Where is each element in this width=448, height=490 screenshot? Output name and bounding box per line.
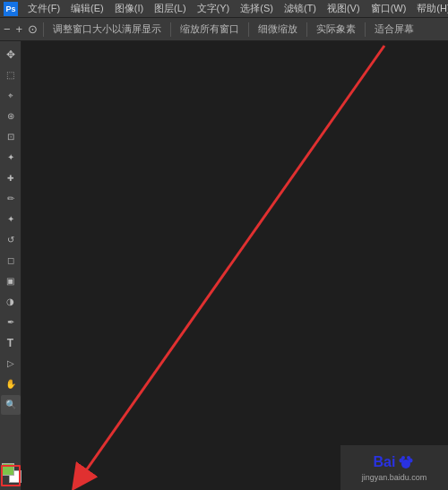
menu-type[interactable]: 文字(Y) xyxy=(193,1,235,16)
tool-eyedropper[interactable]: ✦ xyxy=(1,148,21,168)
tool-pen[interactable]: ✒ xyxy=(1,313,21,332)
separator-5 xyxy=(365,22,366,37)
watermark: Bai jingyan.baidu.com xyxy=(340,445,448,490)
baidu-site-text: jingyan.baidu.com xyxy=(362,473,427,482)
canvas-area: Bai jingyan.baidu.com xyxy=(22,41,448,490)
menu-file[interactable]: 文件(F) xyxy=(23,1,65,16)
baidu-logo-text: Bai xyxy=(374,454,396,470)
zoom-in-icon[interactable]: + xyxy=(16,22,23,36)
option-fit-window[interactable]: 调整窗口大小以满屏显示 xyxy=(49,21,165,37)
svg-point-5 xyxy=(401,456,405,460)
options-bar: − + ⊙ 调整窗口大小以满屏显示 缩放所有窗口 细微缩放 实际象素 适合屏幕 xyxy=(0,18,448,41)
separator-1 xyxy=(43,22,44,37)
tool-type[interactable]: T xyxy=(1,333,21,353)
tool-hand[interactable]: ✋ xyxy=(1,374,21,394)
option-actual-pixels[interactable]: 实际象素 xyxy=(313,21,359,37)
baidu-logo-area: Bai xyxy=(374,453,416,471)
menu-edit[interactable]: 编辑(E) xyxy=(66,1,108,16)
menu-layer[interactable]: 图层(L) xyxy=(150,1,190,16)
baidu-paw-icon xyxy=(397,453,415,471)
zoom-out-icon[interactable]: − xyxy=(4,22,11,36)
option-zoom-all[interactable]: 缩放所有窗口 xyxy=(177,21,243,37)
color-swatch-highlight xyxy=(1,465,21,486)
tool-marquee[interactable]: ⬚ xyxy=(1,65,21,85)
zoom-reset-icon[interactable]: ⊙ xyxy=(28,22,38,36)
arrow-overlay xyxy=(22,41,448,490)
menu-help[interactable]: 帮助(H) xyxy=(412,1,448,16)
main-area: ✥ ⬚ ⌖ ⊛ ⊡ ✦ ✚ ✏ ✦ ↺ ◻ ▣ ◑ ✒ T ▷ ✋ 🔍 xyxy=(0,41,448,490)
left-toolbar: ✥ ⬚ ⌖ ⊛ ⊡ ✦ ✚ ✏ ✦ ↺ ◻ ▣ ◑ ✒ T ▷ ✋ 🔍 xyxy=(0,41,22,490)
option-fine-zoom[interactable]: 细微缩放 xyxy=(254,21,301,37)
tool-dodge[interactable]: ◑ xyxy=(1,292,21,312)
option-fit-screen[interactable]: 适合屏幕 xyxy=(371,21,418,37)
tool-lasso[interactable]: ⌖ xyxy=(1,86,21,106)
separator-4 xyxy=(306,22,307,37)
menu-view[interactable]: 视图(V) xyxy=(323,1,365,16)
tool-path-select[interactable]: ▷ xyxy=(1,354,21,374)
tool-clone[interactable]: ✦ xyxy=(1,210,21,229)
tool-healing[interactable]: ✚ xyxy=(1,168,21,188)
menu-image[interactable]: 图像(I) xyxy=(110,1,148,16)
tool-brush[interactable]: ✏ xyxy=(1,189,21,209)
ps-logo: Ps xyxy=(4,2,18,16)
tool-move[interactable]: ✥ xyxy=(1,45,21,64)
tool-eraser[interactable]: ◻ xyxy=(1,251,21,271)
tool-zoom[interactable]: 🔍 xyxy=(1,395,21,415)
tool-quick-select[interactable]: ⊛ xyxy=(1,107,21,126)
separator-3 xyxy=(248,22,249,37)
svg-line-1 xyxy=(82,46,384,476)
tool-crop[interactable]: ⊡ xyxy=(1,127,21,147)
menu-filter[interactable]: 滤镜(T) xyxy=(280,1,321,16)
svg-point-6 xyxy=(407,456,410,460)
menu-bar: Ps 文件(F) 编辑(E) 图像(I) 图层(L) 文字(Y) 选择(S) 滤… xyxy=(0,0,448,18)
menu-select[interactable]: 选择(S) xyxy=(236,1,278,16)
tool-history-brush[interactable]: ↺ xyxy=(1,230,21,250)
menu-window[interactable]: 窗口(W) xyxy=(366,1,411,16)
tool-gradient[interactable]: ▣ xyxy=(1,271,21,291)
separator-2 xyxy=(170,22,171,37)
